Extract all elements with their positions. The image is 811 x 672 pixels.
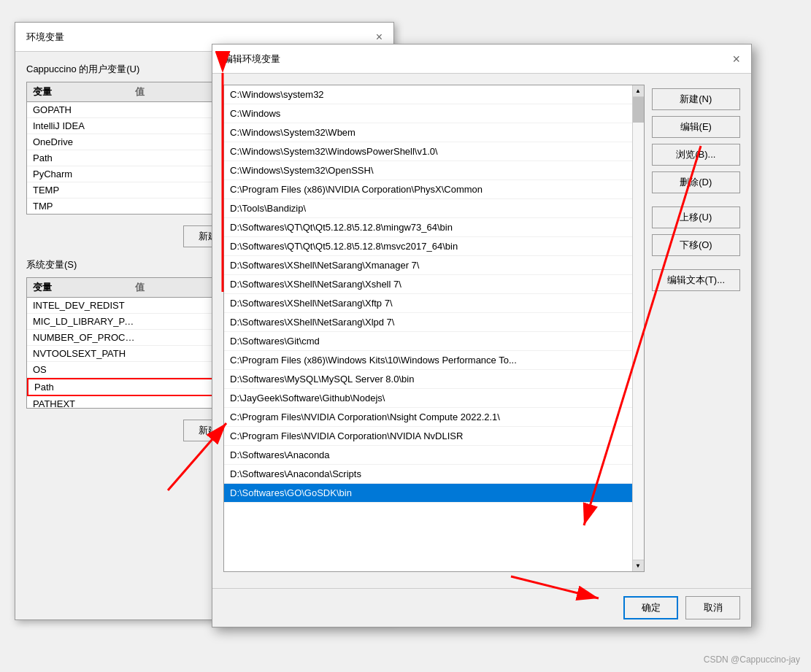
- watermark: CSDN @Cappuccino-jay: [704, 654, 800, 665]
- path-list-item[interactable]: C:\Windows\System32\Wbem: [224, 123, 632, 142]
- edit-cancel-button[interactable]: 取消: [685, 596, 740, 619]
- edit-path-button[interactable]: 编辑(E): [652, 116, 740, 138]
- path-list-item[interactable]: C:\Program Files\NVIDIA Corporation\NVID…: [224, 427, 632, 446]
- path-list-item[interactable]: D:\Softwares\QT\Qt\Qt5.12.8\5.12.8\msvc2…: [224, 237, 632, 256]
- user-var-name-onedrive: OneDrive: [33, 136, 135, 147]
- new-path-button[interactable]: 新建(N): [652, 88, 740, 110]
- user-var-name-gopath: GOPATH: [33, 104, 135, 115]
- scroll-down-button[interactable]: ▼: [632, 560, 644, 571]
- edit-dialog-footer: 确定 取消: [212, 588, 751, 627]
- path-list-item[interactable]: D:\Softwares\Git\cmd: [224, 332, 632, 351]
- path-list-item[interactable]: C:\Program Files (x86)\Windows Kits\10\W…: [224, 351, 632, 370]
- edit-env-dialog: 编辑环境变量 × C:\Windows\system32C:\WindowsC:…: [212, 44, 752, 627]
- path-list-item[interactable]: C:\Windows\System32\WindowsPowerShell\v1…: [224, 142, 632, 161]
- sys-var-name-intel: INTEL_DEV_REDIST: [33, 300, 135, 311]
- sys-var-name-nvtools: NVTOOLSEXT_PATH: [33, 348, 135, 359]
- scroll-track: [632, 97, 644, 560]
- path-list-item[interactable]: D:\Softwares\MySQL\MySQL Server 8.0\bin: [224, 370, 632, 389]
- browse-path-button[interactable]: 浏览(B)...: [652, 144, 740, 166]
- sys-var-name-os: OS: [33, 364, 135, 375]
- user-var-name-path: Path: [33, 152, 135, 163]
- user-var-name-pycharm: PyCharm: [33, 169, 135, 179]
- sys-var-name-pathext: PATHEXT: [33, 398, 135, 409]
- system-vars-col-var-header: 变量: [33, 281, 135, 294]
- sys-var-name-path: Path: [34, 382, 137, 393]
- user-vars-col-var-header: 变量: [33, 85, 135, 99]
- move-down-button[interactable]: 下移(O): [652, 234, 740, 256]
- user-var-name-intellij: IntelliJ IDEA: [33, 120, 135, 131]
- edit-dialog-title: 编辑环境变量: [223, 53, 280, 66]
- path-items-list: C:\Windows\system32C:\WindowsC:\Windows\…: [224, 85, 632, 503]
- path-list-item[interactable]: D:\Softwares\GO\GoSDK\bin: [224, 484, 632, 503]
- edit-ok-button[interactable]: 确定: [623, 596, 678, 619]
- path-list-wrapper: C:\Windows\system32C:\WindowsC:\Windows\…: [223, 85, 645, 572]
- path-list-item[interactable]: D:\Softwares\XShell\NetSarang\Xmanager 7…: [224, 256, 632, 275]
- path-list-item[interactable]: D:\Softwares\XShell\NetSarang\Xlpd 7\: [224, 313, 632, 332]
- path-list-item[interactable]: C:\Windows\system32: [224, 85, 632, 104]
- path-list-item[interactable]: D:\Softwares\XShell\NetSarang\Xshell 7\: [224, 275, 632, 294]
- path-list-item[interactable]: C:\Program Files\NVIDIA Corporation\Nsig…: [224, 408, 632, 427]
- delete-path-button[interactable]: 删除(D): [652, 171, 740, 193]
- path-list-item[interactable]: D:\Softwares\QT\Qt\Qt5.12.8\5.12.8\mingw…: [224, 218, 632, 237]
- edit-dialog-close-button[interactable]: ×: [732, 53, 740, 66]
- path-list-item[interactable]: C:\Windows: [224, 104, 632, 123]
- sys-var-name-mic: MIC_LD_LIBRARY_PATH: [33, 316, 135, 327]
- path-list-item[interactable]: D:\Softwares\Anaconda: [224, 446, 632, 465]
- path-list-item[interactable]: D:\JayGeek\Software\Github\Nodejs\: [224, 389, 632, 408]
- sys-var-name-nop: NUMBER_OF_PROCESSORS: [33, 332, 135, 343]
- edit-side-buttons: 新建(N) 编辑(E) 浏览(B)... 删除(D) 上移(U) 下移(O) 编…: [652, 85, 740, 572]
- edit-dialog-titlebar: 编辑环境变量 ×: [212, 45, 751, 74]
- scroll-thumb[interactable]: [633, 97, 645, 123]
- edit-text-button[interactable]: 编辑文本(T)...: [652, 269, 740, 291]
- move-up-button[interactable]: 上移(U): [652, 206, 740, 228]
- path-list-item[interactable]: D:\Tools\Bandizip\: [224, 199, 632, 218]
- path-list-item[interactable]: D:\Softwares\XShell\NetSarang\Xftp 7\: [224, 294, 632, 313]
- path-list-item[interactable]: C:\Windows\System32\OpenSSH\: [224, 161, 632, 180]
- path-list-item[interactable]: D:\Softwares\Anaconda\Scripts: [224, 465, 632, 484]
- edit-dialog-body: C:\Windows\system32C:\WindowsC:\Windows\…: [212, 74, 751, 583]
- user-var-name-tmp: TMP: [33, 201, 135, 212]
- path-list-item[interactable]: C:\Program Files (x86)\NVIDIA Corporatio…: [224, 180, 632, 199]
- env-dialog-title: 环境变量: [26, 31, 64, 44]
- scroll-up-button[interactable]: ▲: [632, 85, 644, 97]
- path-list-container: C:\Windows\system32C:\WindowsC:\Windows\…: [223, 85, 645, 572]
- env-dialog-close-button[interactable]: ×: [376, 31, 383, 44]
- user-var-name-temp: TEMP: [33, 185, 135, 196]
